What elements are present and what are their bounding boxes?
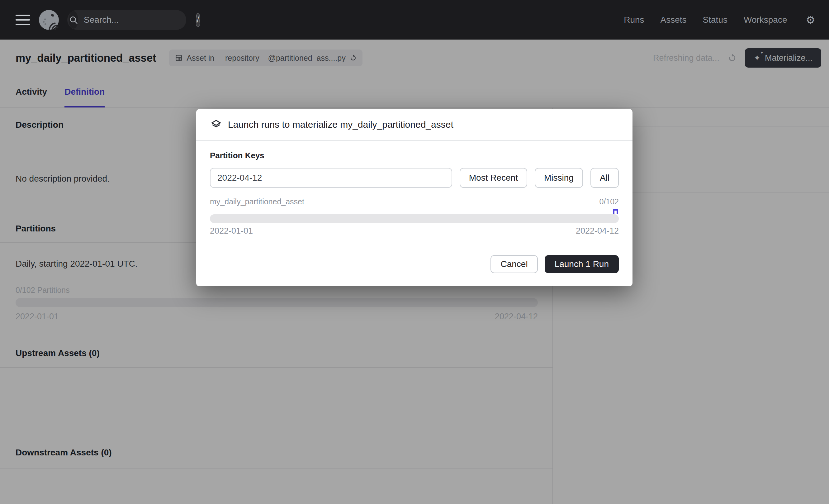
launch-runs-dialog: Launch runs to materialize my_daily_part… bbox=[196, 109, 633, 286]
gear-icon[interactable]: ⚙ bbox=[806, 15, 815, 25]
nav-workspace[interactable]: Workspace bbox=[744, 15, 787, 25]
dialog-footer: Cancel Launch 1 Run bbox=[196, 255, 633, 286]
nav-assets[interactable]: Assets bbox=[660, 15, 687, 25]
partition-keys-input[interactable] bbox=[210, 168, 452, 188]
materialize-layers-icon bbox=[211, 119, 222, 130]
dialog-partition-count: 0/102 bbox=[599, 197, 619, 206]
partition-keys-label: Partition Keys bbox=[210, 151, 619, 160]
selected-partition-marker bbox=[613, 209, 618, 214]
top-nav-links: Runs Assets Status Workspace bbox=[624, 15, 787, 25]
global-search: / bbox=[67, 10, 186, 30]
cancel-button[interactable]: Cancel bbox=[491, 255, 538, 273]
dialog-partition-health-bar[interactable] bbox=[210, 214, 619, 223]
dialog-range-start: 2022-01-01 bbox=[210, 226, 253, 236]
nav-runs[interactable]: Runs bbox=[624, 15, 644, 25]
dialog-body: Partition Keys Most Recent Missing All m… bbox=[196, 151, 633, 236]
dialog-asset-name: my_daily_partitioned_asset bbox=[210, 197, 304, 206]
dagster-logo-icon bbox=[39, 10, 59, 30]
slash-shortcut-badge: / bbox=[196, 13, 200, 27]
app-root: / Runs Assets Status Workspace ⚙ my_dail… bbox=[0, 0, 829, 504]
dialog-date-range: 2022-01-01 2022-04-12 bbox=[210, 226, 619, 236]
launch-run-button[interactable]: Launch 1 Run bbox=[545, 255, 619, 273]
dialog-range-end: 2022-04-12 bbox=[576, 226, 619, 236]
nav-status[interactable]: Status bbox=[703, 15, 727, 25]
most-recent-button[interactable]: Most Recent bbox=[460, 168, 527, 188]
menu-icon[interactable] bbox=[15, 15, 30, 25]
all-button[interactable]: All bbox=[590, 168, 619, 188]
dialog-header: Launch runs to materialize my_daily_part… bbox=[196, 109, 633, 141]
search-input[interactable] bbox=[78, 15, 196, 25]
dagster-logo[interactable] bbox=[39, 10, 59, 30]
dialog-progress-labels: my_daily_partitioned_asset 0/102 bbox=[210, 197, 619, 206]
missing-button[interactable]: Missing bbox=[535, 168, 583, 188]
search-icon bbox=[69, 11, 78, 29]
top-nav-bar: / Runs Assets Status Workspace ⚙ bbox=[0, 0, 829, 40]
partition-keys-row: Most Recent Missing All bbox=[210, 168, 619, 188]
dialog-title: Launch runs to materialize my_daily_part… bbox=[228, 119, 454, 130]
selection-marker-row bbox=[210, 206, 619, 214]
